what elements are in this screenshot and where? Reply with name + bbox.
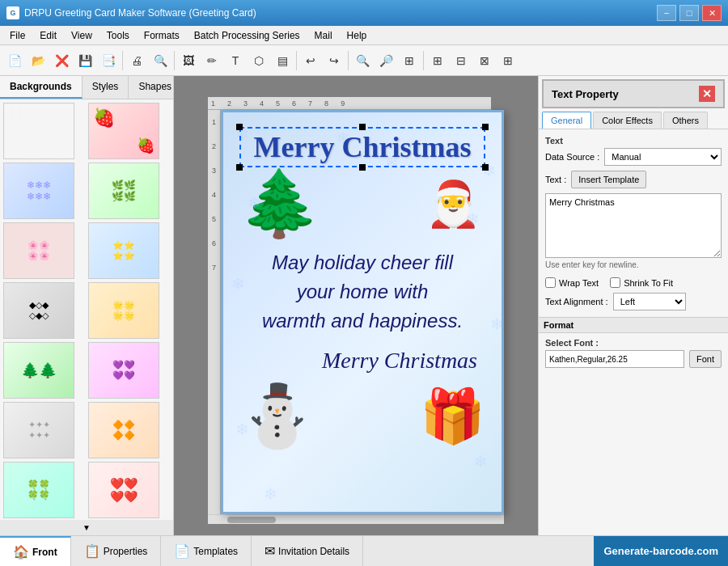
- wrap-text-checkbox[interactable]: [545, 277, 556, 288]
- watermark: Generate-barcode.com: [594, 536, 728, 566]
- menu-help[interactable]: Help: [341, 28, 374, 43]
- new-button[interactable]: 📄: [3, 49, 26, 72]
- menu-tools[interactable]: Tools: [100, 28, 136, 43]
- text-content-textarea[interactable]: Merry Christmas: [545, 193, 722, 258]
- bg-thumb-8[interactable]: 🌟🌟🌟🌟: [88, 282, 159, 339]
- close-button[interactable]: ✕: [702, 5, 722, 21]
- bg-thumb-5[interactable]: 🌸🌸🌸🌸: [3, 222, 74, 279]
- templates-icon: 📄: [174, 543, 190, 559]
- scroll-down-arrow[interactable]: ▼: [0, 520, 173, 535]
- distribute-button[interactable]: ⊞: [497, 49, 519, 72]
- font-value-input[interactable]: [545, 350, 684, 368]
- card-closing: Merry Christmas: [223, 344, 502, 382]
- bg-thumb-2[interactable]: 🍓 🍓: [88, 103, 159, 159]
- canvas-wrapper: 1 2 3 4 5 6 7 8 9 1 2 3 4 5 6 7: [208, 97, 504, 524]
- properties-icon: 📋: [84, 543, 100, 559]
- property-close-button[interactable]: ✕: [699, 86, 715, 102]
- tab-general[interactable]: General: [542, 112, 591, 129]
- front-icon: 🏠: [13, 544, 29, 560]
- bg-thumb-10[interactable]: 💜💜💜💜: [88, 342, 159, 399]
- font-button[interactable]: Font: [689, 350, 722, 368]
- tab-backgrounds[interactable]: Backgrounds: [0, 76, 83, 99]
- alignment-select[interactable]: Left Center Right Justify: [613, 293, 686, 310]
- property-tabs: General Color Effects Others: [539, 112, 728, 129]
- open-button[interactable]: 📂: [27, 49, 49, 72]
- redo-button[interactable]: ↪: [323, 49, 345, 72]
- bg-thumb-9[interactable]: 🌲🌲: [3, 342, 74, 399]
- status-tab-templates-label: Templates: [193, 546, 238, 557]
- barcode-button[interactable]: ▤: [271, 49, 294, 72]
- backgrounds-scroll[interactable]: 🍓 🍓 ❄❄❄❄❄❄ 🌿🌿🌿🌿 🌸🌸🌸🌸 ⭐⭐⭐⭐ ◆◇◆◇◆◇: [0, 99, 173, 520]
- bg-thumb-3[interactable]: ❄❄❄❄❄❄: [3, 163, 74, 219]
- tab-styles[interactable]: Styles: [83, 76, 129, 99]
- zoom-in-button[interactable]: 🔍: [351, 49, 374, 72]
- property-body: Text Data Source : Manual Text : Insert …: [539, 129, 728, 535]
- shrink-to-fit-checkbox[interactable]: [610, 277, 620, 288]
- save-button[interactable]: 💾: [74, 49, 96, 72]
- save-as-button[interactable]: 📑: [97, 49, 120, 72]
- select-font-label: Select Font :: [545, 338, 722, 348]
- bg-thumb-11[interactable]: ✦✦✦✦✦✦: [3, 402, 74, 458]
- wrap-text-label: Wrap Text: [559, 278, 599, 288]
- bg-thumb-4[interactable]: 🌿🌿🌿🌿: [88, 163, 159, 219]
- status-bar: 🏠 Front 📋 Properties 📄 Templates ✉ Invit…: [0, 535, 728, 566]
- align-right-button[interactable]: ⊠: [473, 49, 496, 72]
- menu-mail[interactable]: Mail: [308, 28, 339, 43]
- bg-thumb-1[interactable]: [3, 103, 74, 159]
- invitation-icon: ✉: [265, 543, 275, 559]
- menu-formats[interactable]: Formats: [138, 28, 186, 43]
- backgrounds-grid: 🍓 🍓 ❄❄❄❄❄❄ 🌿🌿🌿🌿 🌸🌸🌸🌸 ⭐⭐⭐⭐ ◆◇◆◇◆◇: [3, 103, 170, 520]
- text-row: Text : Insert Template: [545, 171, 722, 188]
- right-panel: Text Property ✕ General Color Effects Ot…: [538, 76, 728, 535]
- data-source-select[interactable]: Manual: [604, 148, 722, 166]
- data-source-label: Data Source :: [545, 152, 599, 162]
- text-button[interactable]: T: [224, 49, 247, 72]
- status-tab-properties-label: Properties: [104, 546, 148, 557]
- insert-template-button[interactable]: Insert Template: [571, 171, 646, 188]
- align-center-button[interactable]: ⊟: [450, 49, 472, 72]
- delete-button[interactable]: ❌: [50, 49, 73, 72]
- menu-batch[interactable]: Batch Processing Series: [188, 28, 307, 43]
- menu-edit[interactable]: Edit: [33, 28, 63, 43]
- status-tab-templates[interactable]: 📄 Templates: [161, 536, 252, 566]
- shape-button[interactable]: ⬡: [248, 49, 270, 72]
- grid-button[interactable]: ⊞: [398, 49, 421, 72]
- status-tab-front[interactable]: 🏠 Front: [0, 536, 71, 566]
- bg-thumb-13[interactable]: 🍀🍀🍀🍀: [3, 462, 74, 518]
- toolbar-sep-2: [174, 51, 175, 70]
- print-button[interactable]: 🖨: [125, 49, 148, 72]
- canvas-area[interactable]: 1 2 3 4 5 6 7 8 9 1 2 3 4 5 6 7: [174, 76, 538, 535]
- bg-thumb-12[interactable]: 🔶🔶🔶🔶: [88, 402, 159, 458]
- app-icon: G: [6, 6, 19, 19]
- toolbar-sep-3: [296, 51, 297, 70]
- tab-others[interactable]: Others: [663, 112, 708, 129]
- status-tab-properties[interactable]: 📋 Properties: [71, 536, 162, 566]
- minimize-button[interactable]: −: [657, 5, 676, 21]
- menu-bar: File Edit View Tools Formats Batch Proce…: [0, 26, 728, 45]
- maximize-button[interactable]: □: [679, 5, 699, 21]
- sel-handle-bc: [359, 164, 366, 171]
- toolbar: 📄 📂 ❌ 💾 📑 🖨 🔍 🖼 ✏ T ⬡ ▤ ↩ ↪ 🔍 🔎 ⊞ ⊞ ⊟ ⊠ …: [0, 45, 728, 76]
- bg-thumb-6[interactable]: ⭐⭐⭐⭐: [88, 222, 159, 279]
- draw-button[interactable]: ✏: [201, 49, 223, 72]
- card-images: 🌲 🎅: [223, 167, 502, 240]
- tab-color-effects[interactable]: Color Effects: [593, 112, 662, 129]
- undo-button[interactable]: ↩: [299, 49, 322, 72]
- menu-view[interactable]: View: [65, 28, 99, 43]
- menu-file[interactable]: File: [3, 28, 32, 43]
- card-title[interactable]: Merry Christmas: [243, 130, 482, 164]
- greeting-card: ❄ ❄ ❄ ❄ ❄ ❄ ❄ ❄ ❄ ❄ ❄ ❄ ❄: [221, 110, 504, 514]
- bg-thumb-14[interactable]: ❤️❤️❤️❤️: [88, 462, 159, 518]
- format-section-title: Format: [539, 317, 728, 333]
- santa-icon: 🎅: [421, 171, 485, 236]
- print-preview-button[interactable]: 🔍: [149, 49, 171, 72]
- text-section: Text Data Source : Manual Text : Insert …: [545, 136, 722, 269]
- status-tab-invitation[interactable]: ✉ Invitation Details: [252, 536, 363, 566]
- text-hint: Use enter key for newline.: [545, 260, 722, 269]
- image-button[interactable]: 🖼: [177, 49, 200, 72]
- zoom-out-button[interactable]: 🔎: [375, 49, 397, 72]
- bg-thumb-7[interactable]: ◆◇◆◇◆◇: [3, 282, 74, 339]
- data-source-row: Data Source : Manual: [545, 148, 722, 166]
- sel-handle-bl: [236, 164, 243, 171]
- align-left-button[interactable]: ⊞: [426, 49, 449, 72]
